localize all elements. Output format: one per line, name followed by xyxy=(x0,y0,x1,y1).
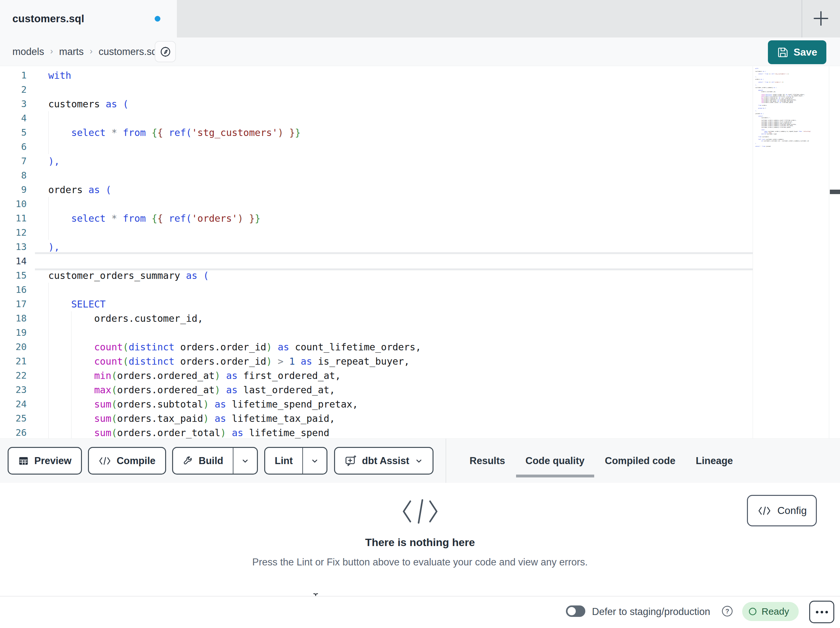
indent-guide xyxy=(71,354,71,369)
empty-state: There is nothing here Press the Lint or … xyxy=(0,483,840,568)
empty-state-title: There is nothing here xyxy=(0,536,840,549)
code-line-18[interactable]: orders.customer_id, xyxy=(35,311,753,326)
editor-tab-strip: customers.sql xyxy=(0,0,840,38)
editor-minimap[interactable]: withcustomers as ( select * from {{ ref(… xyxy=(755,68,827,437)
indent-guide xyxy=(48,140,49,154)
plus-icon xyxy=(809,7,833,30)
chevron-down-icon xyxy=(241,457,249,465)
indent-guide xyxy=(48,226,49,240)
ide-status-badge[interactable]: Ready xyxy=(742,602,799,621)
build-button[interactable]: Build xyxy=(172,447,258,475)
code-line-26[interactable]: sum(orders.order_total) as lifetime_spen… xyxy=(35,426,753,438)
ellipsis-icon xyxy=(816,611,818,614)
indent-guide xyxy=(71,311,71,326)
indent-guide xyxy=(48,369,49,383)
table-icon xyxy=(18,456,29,466)
code-line-13[interactable]: ), xyxy=(35,240,753,254)
build-dropdown-toggle[interactable] xyxy=(233,448,257,474)
preview-button[interactable]: Preview xyxy=(8,447,82,475)
code-line-2[interactable] xyxy=(35,82,753,97)
code-editor[interactable]: 1234567891011121314151617181920212223242… xyxy=(0,66,840,438)
chevron-down-icon xyxy=(415,457,423,465)
indent-guide xyxy=(71,340,71,354)
code-quality-panel: Config There is nothing here Press the L… xyxy=(0,483,840,596)
breadcrumb-separator: › xyxy=(90,46,92,57)
indent-guide xyxy=(48,383,49,397)
code-line-4[interactable] xyxy=(35,111,753,125)
indent-guide xyxy=(48,211,49,226)
breadcrumb-item-marts: marts xyxy=(59,46,84,57)
code-line-23[interactable]: max(orders.ordered_at) as last_ordered_a… xyxy=(35,383,753,397)
code-content[interactable]: withcustomers as ( select * from {{ ref(… xyxy=(35,68,753,438)
code-line-20[interactable]: count(distinct orders.order_id) as count… xyxy=(35,340,753,354)
dbt-assist-button[interactable]: dbt Assist xyxy=(334,447,434,475)
code-brackets-icon xyxy=(98,456,111,465)
code-line-9[interactable]: orders as ( xyxy=(35,183,753,197)
code-line-19[interactable] xyxy=(35,326,753,340)
code-line-5[interactable]: select * from {{ ref('stg_customers') }} xyxy=(35,125,753,140)
code-line-7[interactable]: ), xyxy=(35,154,753,168)
breadcrumb-separator: › xyxy=(50,46,53,57)
tab-title: customers.sql xyxy=(13,13,84,25)
lint-dropdown-toggle[interactable] xyxy=(302,448,327,474)
lint-button-label: Lint xyxy=(275,455,293,467)
build-button-main[interactable]: Build xyxy=(173,448,233,474)
defer-label: Defer to staging/production xyxy=(592,596,710,627)
code-line-6[interactable] xyxy=(35,140,753,154)
tab-code-quality[interactable]: Code quality xyxy=(515,439,595,483)
lint-button-main[interactable]: Lint xyxy=(265,448,302,474)
build-button-label: Build xyxy=(199,455,224,467)
indent-guide xyxy=(48,426,49,438)
indent-guide xyxy=(48,297,49,311)
lineage-compass-button[interactable] xyxy=(155,41,176,62)
code-line-12[interactable] xyxy=(35,226,753,240)
tab-compiled-code[interactable]: Compiled code xyxy=(595,439,686,483)
dbt-assist-button-label: dbt Assist xyxy=(362,455,409,467)
code-line-17[interactable]: SELECT xyxy=(35,297,753,311)
editor-minimap-divider xyxy=(753,66,753,438)
indent-guide xyxy=(48,411,49,426)
code-line-21[interactable]: count(distinct orders.order_id) > 1 as i… xyxy=(35,354,753,369)
file-header-row: models › marts › customers.sql Save xyxy=(0,38,840,66)
indent-guide xyxy=(71,369,71,383)
code-line-15[interactable]: customer_orders_summary as ( xyxy=(35,269,753,283)
code-line-22[interactable]: min(orders.ordered_at) as first_ordered_… xyxy=(35,369,753,383)
tab-lineage[interactable]: Lineage xyxy=(686,439,743,483)
code-line-1[interactable]: with xyxy=(35,68,753,82)
compile-button[interactable]: Compile xyxy=(88,447,166,475)
more-options-button[interactable] xyxy=(809,601,834,623)
tab-results[interactable]: Results xyxy=(459,439,515,483)
unsaved-changes-indicator xyxy=(155,16,160,22)
compile-button-label: Compile xyxy=(117,455,155,467)
save-button[interactable]: Save xyxy=(768,40,826,64)
code-line-25[interactable]: sum(orders.tax_paid) as lifetime_tax_pai… xyxy=(35,411,753,426)
help-icon[interactable]: ? xyxy=(722,606,733,617)
new-tab-button[interactable] xyxy=(809,7,833,30)
editor-scrollbar-divider xyxy=(829,66,829,438)
status-bar: Defer to staging/production ? Ready xyxy=(0,596,840,628)
code-line-8[interactable] xyxy=(35,168,753,183)
breadcrumb-item-file: customers.sql xyxy=(98,46,159,57)
code-line-3[interactable]: customers as ( xyxy=(35,97,753,111)
assist-chat-sparkle-icon xyxy=(344,455,357,467)
indent-guide xyxy=(48,340,49,354)
lint-button[interactable]: Lint xyxy=(264,447,327,475)
editor-tab-customers-sql[interactable]: customers.sql xyxy=(0,0,177,38)
code-line-16[interactable] xyxy=(35,283,753,297)
code-line-10[interactable] xyxy=(35,197,753,211)
svg-text:?: ? xyxy=(725,607,729,615)
code-line-24[interactable]: sum(orders.subtotal) as lifetime_spend_p… xyxy=(35,397,753,411)
editor-action-bar: Preview Compile Build xyxy=(0,438,840,483)
defer-toggle[interactable] xyxy=(566,606,585,617)
indent-guide xyxy=(71,397,71,411)
line-number-gutter: 1234567891011121314151617181920212223242… xyxy=(0,68,27,438)
compass-icon xyxy=(159,46,172,58)
ready-status-icon xyxy=(748,607,757,615)
editor-scrollbar-thumb[interactable] xyxy=(830,190,840,194)
dbt-cloud-ide-window: customers.sql models › marts › customers… xyxy=(0,0,840,628)
indent-guide xyxy=(71,326,71,340)
code-line-14[interactable] xyxy=(35,254,753,269)
code-line-11[interactable]: select * from {{ ref('orders') }} xyxy=(35,211,753,226)
indent-guide xyxy=(71,426,71,438)
toolbar-tabs-divider xyxy=(445,439,446,483)
